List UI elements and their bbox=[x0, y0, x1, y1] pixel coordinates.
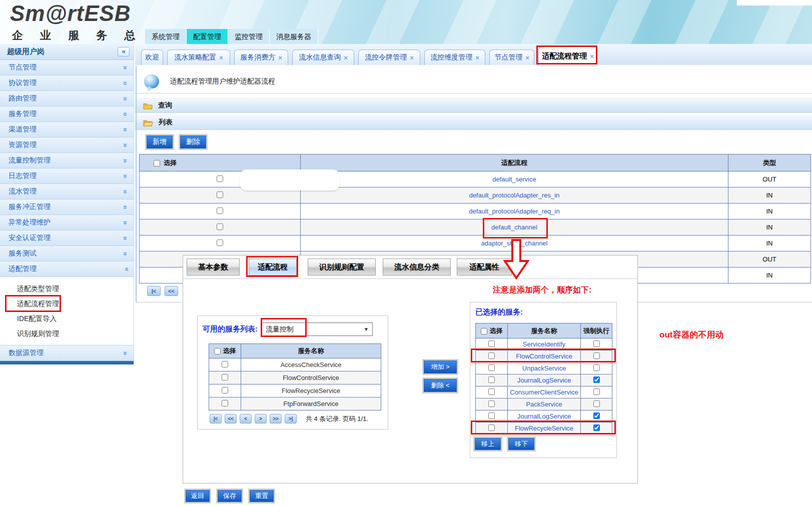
sidebar-item-service-test[interactable]: 服务测试» bbox=[0, 246, 134, 262]
row-checkbox[interactable] bbox=[488, 340, 495, 347]
forced-checkbox[interactable] bbox=[593, 340, 600, 347]
tab-dimension-mgmt[interactable]: 流控维度管理× bbox=[424, 50, 485, 65]
tab-close-icon[interactable]: × bbox=[344, 54, 348, 62]
topnav-message-server[interactable]: 消息服务器 bbox=[270, 29, 318, 44]
sidebar-item-resource-mgmt[interactable]: 资源管理» bbox=[0, 138, 134, 153]
row-checkbox[interactable] bbox=[488, 424, 495, 431]
tab-journal-query[interactable]: 流水信息查询× bbox=[292, 50, 354, 65]
add-service-button[interactable]: 增加 > bbox=[424, 360, 457, 374]
row-checkbox[interactable] bbox=[488, 400, 495, 407]
forced-checkbox[interactable] bbox=[593, 352, 600, 359]
service-category-select[interactable]: 流量控制 ▼ bbox=[261, 322, 373, 336]
sidebar-subitem-identify-rule[interactable]: 识别规则管理 bbox=[0, 326, 134, 341]
save-button[interactable]: 保存 bbox=[218, 490, 242, 502]
forced-checkbox[interactable] bbox=[593, 400, 600, 407]
tab-welcome[interactable]: 欢迎 bbox=[141, 50, 163, 65]
sidebar-subitem-adapter-type[interactable]: 适配类型管理 bbox=[0, 281, 134, 296]
dialog-tab-journal-classify[interactable]: 流水信息分类 bbox=[383, 258, 451, 276]
pager-fast-next-button[interactable]: >> bbox=[270, 414, 282, 424]
topnav-config[interactable]: 配置管理 bbox=[187, 29, 228, 44]
flow-link[interactable]: default_service bbox=[492, 176, 536, 183]
service-link[interactable]: JournalLogService bbox=[517, 412, 571, 420]
select-all-checkbox[interactable] bbox=[154, 160, 160, 166]
tab-adapter-flow-mgmt[interactable]: 适配流程管理× bbox=[538, 46, 597, 65]
row-checkbox[interactable] bbox=[488, 352, 495, 359]
tab-close-icon[interactable]: × bbox=[410, 54, 414, 62]
row-checkbox[interactable] bbox=[217, 208, 223, 214]
tab-node-mgmt[interactable]: 节点管理× bbox=[489, 50, 534, 65]
select-all-checkbox[interactable] bbox=[481, 328, 487, 334]
flow-link[interactable]: default_channel bbox=[491, 224, 537, 231]
sidebar-item-service-mgmt[interactable]: 服务管理» bbox=[0, 106, 134, 122]
pager-fast-prev-button[interactable]: << bbox=[225, 414, 237, 424]
row-checkbox[interactable] bbox=[217, 240, 223, 246]
row-checkbox[interactable] bbox=[217, 176, 223, 182]
flow-link[interactable]: default_protocolAdapter_req_in bbox=[469, 208, 559, 215]
sidebar-item-exception-maint[interactable]: 异常处理维护» bbox=[0, 215, 134, 230]
sidebar-item-reversal-mgmt[interactable]: 服务冲正管理» bbox=[0, 200, 134, 215]
sidebar-subitem-ide-import[interactable]: IDE配置导入 bbox=[0, 311, 134, 326]
row-checkbox[interactable] bbox=[488, 412, 495, 419]
sidebar-item-channel-mgmt[interactable]: 渠道管理» bbox=[0, 122, 134, 138]
row-checkbox[interactable] bbox=[488, 376, 495, 383]
pager-prev-button[interactable]: < bbox=[240, 414, 252, 424]
row-checkbox[interactable] bbox=[222, 361, 228, 368]
sidebar-collapse-button[interactable]: « bbox=[118, 47, 130, 56]
select-all-checkbox[interactable] bbox=[214, 348, 221, 354]
forced-checkbox[interactable] bbox=[593, 388, 600, 395]
sidebar-item-datasource-mgmt[interactable]: 数据源管理» bbox=[0, 346, 134, 361]
service-link[interactable]: FlowRecycleService bbox=[515, 424, 573, 432]
move-up-button[interactable]: 移上 bbox=[475, 438, 501, 450]
forced-checkbox[interactable] bbox=[593, 424, 600, 431]
dialog-tab-identify-rule-config[interactable]: 识别规则配置 bbox=[308, 258, 376, 276]
move-down-button[interactable]: 移下 bbox=[508, 438, 534, 450]
tab-journal-policy[interactable]: 流水策略配置× bbox=[167, 50, 230, 65]
tab-close-icon[interactable]: × bbox=[525, 54, 529, 62]
section-query[interactable]: 查询 bbox=[135, 98, 812, 113]
sidebar-item-node-mgmt[interactable]: 节点管理» bbox=[0, 60, 134, 76]
flow-link[interactable]: adaptor_store_channel bbox=[481, 240, 548, 247]
sidebar-item-adapter-mgmt[interactable]: 适配管理» bbox=[0, 262, 134, 277]
service-link[interactable]: JournalLogService bbox=[517, 376, 571, 384]
sidebar-item-flowcontrol-mgmt[interactable]: 流量控制管理» bbox=[0, 153, 134, 168]
forced-checkbox[interactable] bbox=[593, 412, 600, 419]
pager-next-button[interactable]: > bbox=[255, 414, 267, 424]
topnav-monitor[interactable]: 监控管理 bbox=[228, 29, 270, 44]
row-checkbox[interactable] bbox=[222, 387, 228, 394]
row-checkbox[interactable] bbox=[488, 364, 495, 371]
sidebar-item-route-mgmt[interactable]: 路由管理» bbox=[0, 91, 134, 106]
tab-close-icon[interactable]: × bbox=[590, 52, 594, 60]
pager-fast-prev-button[interactable]: << bbox=[165, 286, 178, 296]
service-link[interactable]: ServiceIdentify bbox=[523, 340, 565, 348]
dialog-tab-adapter-flow[interactable]: 适配流程 bbox=[249, 258, 297, 276]
tab-service-consumer[interactable]: 服务消费方× bbox=[234, 50, 288, 65]
sidebar-subitem-adapter-flow[interactable]: 适配流程管理 bbox=[0, 296, 134, 311]
sidebar-item-log-mgmt[interactable]: 日志管理» bbox=[0, 168, 134, 184]
delete-button[interactable]: 删除 bbox=[180, 136, 206, 148]
tab-close-icon[interactable]: × bbox=[278, 54, 282, 62]
tab-close-icon[interactable]: × bbox=[475, 54, 479, 62]
row-checkbox[interactable] bbox=[488, 388, 495, 395]
remove-service-button[interactable]: 删除 < bbox=[424, 379, 457, 392]
sidebar-item-protocol-mgmt[interactable]: 协议管理» bbox=[0, 76, 134, 91]
back-button[interactable]: 返回 bbox=[186, 490, 210, 502]
add-button[interactable]: 新增 bbox=[147, 136, 173, 148]
service-link[interactable]: FlowControlService bbox=[516, 352, 572, 360]
pager-first-button[interactable]: |< bbox=[147, 286, 161, 296]
reset-button[interactable]: 重置 bbox=[250, 490, 274, 502]
tab-token-mgmt[interactable]: 流控令牌管理× bbox=[358, 50, 420, 65]
row-checkbox[interactable] bbox=[217, 192, 223, 198]
pager-first-button[interactable]: |< bbox=[210, 414, 222, 424]
forced-checkbox[interactable] bbox=[593, 364, 600, 371]
service-link[interactable]: UnpackService bbox=[522, 364, 566, 372]
row-checkbox[interactable] bbox=[217, 224, 223, 230]
pager-last-button[interactable]: >| bbox=[285, 414, 297, 424]
sidebar-item-security-auth[interactable]: 安全认证管理» bbox=[0, 230, 134, 246]
section-list[interactable]: 列表 bbox=[135, 115, 812, 130]
flow-link[interactable]: default_protocolAdapter_res_in bbox=[469, 192, 560, 199]
forced-checkbox[interactable] bbox=[593, 376, 600, 383]
service-link[interactable]: PackService bbox=[526, 400, 562, 408]
row-checkbox[interactable] bbox=[222, 400, 228, 406]
service-link[interactable]: ConsumerClientService bbox=[510, 388, 578, 396]
dialog-tab-adapter-attr[interactable]: 适配属性 bbox=[457, 258, 512, 276]
